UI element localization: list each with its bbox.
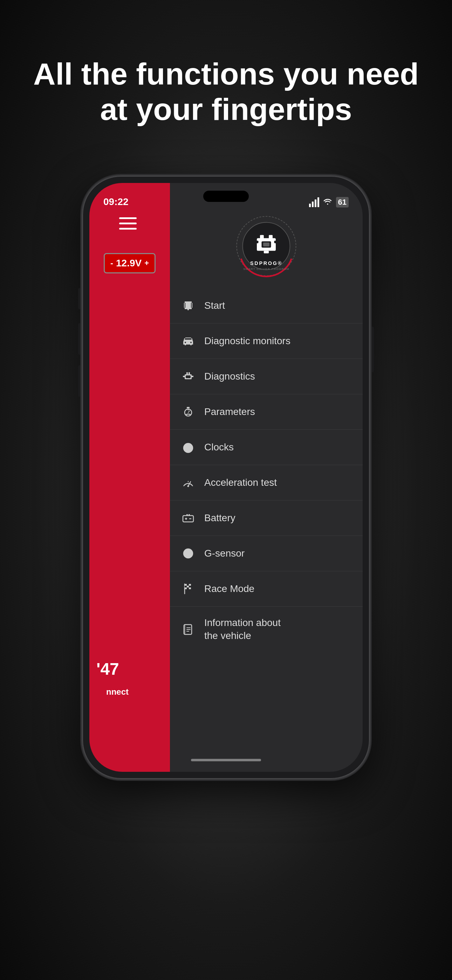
svg-point-13: [189, 304, 190, 305]
menu-label-acceleration-test: Acceleration test: [204, 477, 277, 488]
engine-icon: [180, 369, 196, 384]
svg-rect-15: [186, 372, 188, 375]
battery-box-icon: [180, 510, 196, 526]
svg-rect-23: [187, 407, 189, 408]
hero-title: All the functions you need at your finge…: [0, 56, 452, 127]
svg-rect-53: [187, 586, 189, 587]
menu-label-g-sensor: G-sensor: [204, 548, 245, 559]
menu-label-clocks: Clocks: [204, 442, 234, 453]
svg-rect-18: [191, 376, 193, 377]
svg-rect-49: [185, 584, 187, 586]
svg-rect-5: [255, 241, 259, 243]
menu-label-start: Start: [204, 300, 225, 311]
menu-item-acceleration-test[interactable]: Acceleration test: [170, 465, 363, 501]
hamburger-button[interactable]: [119, 215, 140, 232]
svg-rect-54: [189, 586, 191, 587]
volume-down-button: [78, 323, 82, 355]
menu-item-parameters[interactable]: Parameters: [170, 394, 363, 430]
svg-rect-6: [274, 241, 277, 243]
hamburger-line-3: [119, 228, 137, 229]
signal-bars-icon: [309, 197, 319, 207]
signal-bar-2: [312, 202, 314, 207]
svg-point-12: [186, 304, 188, 305]
battery-voltage-indicator: 12.9V: [104, 253, 156, 274]
signal-bar-3: [315, 199, 317, 207]
hamburger-line-1: [119, 217, 137, 219]
menu-label-battery: Battery: [204, 512, 236, 523]
menu-item-clocks[interactable]: Clocks: [170, 430, 363, 465]
svg-rect-8: [263, 243, 269, 247]
svg-rect-4: [269, 235, 272, 240]
menu-label-diagnostic-monitors: Diagnostic monitors: [204, 336, 290, 347]
silent-button: [78, 365, 82, 397]
svg-rect-3: [260, 235, 264, 240]
left-bottom-section: '47 nnect: [89, 659, 170, 702]
svg-point-29: [188, 447, 189, 449]
signal-bar-4: [317, 197, 319, 207]
car-plug-icon: [180, 298, 196, 313]
left-panel: 12.9V '47 nnect: [89, 183, 170, 772]
menu-item-race-mode[interactable]: Race Mode: [170, 571, 363, 607]
menu-item-start[interactable]: Start: [170, 288, 363, 323]
book-icon: [180, 622, 196, 637]
svg-rect-50: [187, 584, 189, 586]
svg-rect-9: [264, 251, 269, 253]
svg-text:SDPROG®: SDPROG®: [250, 261, 282, 266]
volume-up-button: [78, 288, 82, 309]
menu-label-vehicle-info: Information aboutthe vehicle: [204, 617, 281, 642]
obd-number: '47: [96, 659, 119, 679]
svg-point-43: [188, 553, 189, 555]
g-sensor-icon: [180, 546, 196, 561]
svg-line-25: [186, 446, 187, 447]
svg-rect-56: [187, 587, 189, 589]
sdprog-logo: SDPROG® SMART DRIVER PROGRAM: [235, 215, 298, 278]
status-time: 09:22: [103, 196, 129, 207]
svg-rect-52: [185, 586, 187, 587]
svg-rect-17: [183, 376, 185, 377]
menu-item-g-sensor[interactable]: G-sensor: [170, 536, 363, 571]
phone-screen: 09:22 61: [89, 183, 363, 772]
car-front-icon: [180, 333, 196, 349]
menu-item-battery[interactable]: Battery: [170, 501, 363, 536]
acceleration-icon: [180, 475, 196, 490]
menu-item-diagnostic-monitors[interactable]: Diagnostic monitors: [170, 323, 363, 359]
gauge-settings-icon: [180, 404, 196, 420]
right-panel: SDPROG® SMART DRIVER PROGRAM: [170, 183, 363, 772]
menu-label-diagnostics: Diagnostics: [204, 371, 255, 382]
svg-text:SMART DRIVER PROGRAM: SMART DRIVER PROGRAM: [243, 267, 290, 270]
svg-point-31: [188, 485, 189, 487]
menu-item-vehicle-info[interactable]: Information aboutthe vehicle: [170, 607, 363, 652]
signal-bar-1: [309, 204, 311, 207]
svg-rect-19: [186, 375, 191, 378]
svg-rect-57: [189, 587, 191, 589]
svg-line-22: [188, 411, 189, 412]
menu-item-diagnostics[interactable]: Diagnostics: [170, 359, 363, 394]
svg-line-32: [185, 484, 185, 485]
power-button: [370, 327, 374, 372]
screen-content: 12.9V '47 nnect: [89, 183, 363, 772]
race-flag-icon: [180, 581, 196, 597]
voltage-display: 12.9V: [116, 258, 142, 269]
speedometer-icon: [180, 439, 196, 455]
menu-list: Start Diagnostic monitors: [170, 288, 363, 652]
svg-rect-37: [188, 514, 190, 516]
svg-rect-55: [185, 587, 187, 589]
svg-rect-35: [183, 515, 193, 522]
dynamic-island: [203, 191, 249, 202]
menu-label-race-mode: Race Mode: [204, 583, 255, 595]
svg-rect-36: [186, 514, 188, 516]
connect-button[interactable]: nnect: [96, 682, 162, 702]
svg-rect-51: [189, 584, 191, 586]
svg-rect-59: [184, 625, 185, 635]
svg-rect-16: [188, 372, 190, 375]
svg-line-33: [191, 484, 192, 485]
home-indicator: [191, 759, 261, 761]
hamburger-line-2: [119, 223, 137, 224]
status-icons: 61: [309, 197, 349, 207]
wifi-icon: [323, 197, 333, 207]
phone-mockup: 09:22 61: [82, 176, 370, 779]
menu-label-parameters: Parameters: [204, 406, 255, 417]
battery-status-icon: 61: [336, 197, 349, 207]
